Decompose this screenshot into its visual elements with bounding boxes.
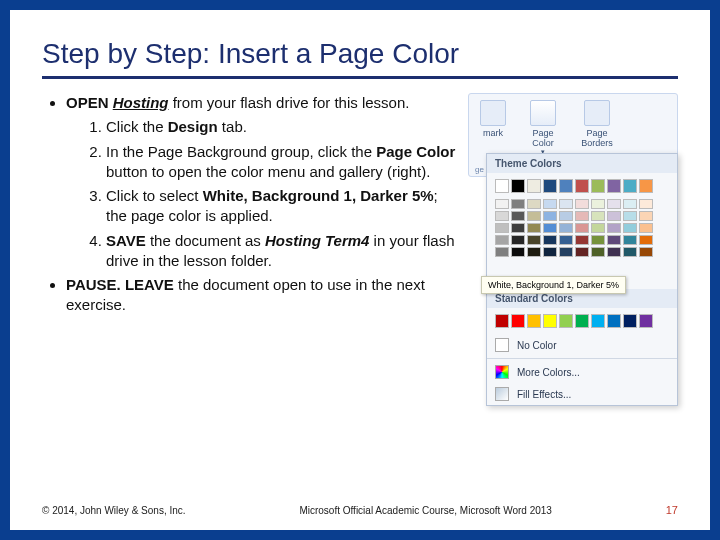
no-color-item[interactable]: No Color	[487, 334, 677, 356]
theme-colors-header: Theme Colors	[487, 154, 677, 173]
color-swatch[interactable]	[623, 179, 637, 193]
color-swatch[interactable]	[495, 179, 509, 193]
theme-row-shade	[495, 199, 669, 209]
instruction-text: OPEN Hosting from your flash drive for t…	[42, 93, 456, 320]
color-swatch[interactable]	[607, 199, 621, 209]
color-swatch[interactable]	[639, 199, 653, 209]
color-swatch[interactable]	[511, 179, 525, 193]
color-swatch[interactable]	[527, 235, 541, 245]
color-swatch[interactable]	[607, 179, 621, 193]
color-swatch[interactable]	[527, 211, 541, 221]
color-swatch[interactable]	[559, 211, 573, 221]
color-swatch[interactable]	[495, 199, 509, 209]
color-swatch[interactable]	[623, 199, 637, 209]
theme-row-shade	[495, 235, 669, 245]
color-swatch[interactable]	[639, 247, 653, 257]
page-borders-button[interactable]: Page Borders	[573, 100, 621, 148]
color-swatch[interactable]	[559, 199, 573, 209]
color-swatch[interactable]	[543, 235, 557, 245]
color-swatch[interactable]	[527, 314, 541, 328]
color-swatch[interactable]	[527, 179, 541, 193]
color-swatch[interactable]	[495, 314, 509, 328]
open-verb: OPEN	[66, 94, 109, 111]
color-swatch[interactable]	[591, 179, 605, 193]
color-swatch[interactable]	[511, 247, 525, 257]
color-swatch[interactable]	[543, 223, 557, 233]
copyright-text: © 2014, John Wiley & Sons, Inc.	[42, 505, 186, 516]
more-colors-item[interactable]: More Colors...	[487, 361, 677, 383]
color-swatch[interactable]	[511, 235, 525, 245]
color-swatch[interactable]	[575, 211, 589, 221]
bullet-open: OPEN Hosting from your flash drive for t…	[66, 93, 456, 271]
color-swatch[interactable]	[607, 223, 621, 233]
color-swatch[interactable]	[495, 211, 509, 221]
color-swatch[interactable]	[543, 247, 557, 257]
theme-row-shade	[495, 223, 669, 233]
color-swatch[interactable]	[639, 314, 653, 328]
color-swatch[interactable]	[527, 199, 541, 209]
color-swatch[interactable]	[607, 211, 621, 221]
color-swatch[interactable]	[543, 199, 557, 209]
color-swatch[interactable]	[543, 179, 557, 193]
color-swatch[interactable]	[575, 235, 589, 245]
color-swatch[interactable]	[495, 247, 509, 257]
color-swatch[interactable]	[591, 223, 605, 233]
color-swatch[interactable]	[527, 223, 541, 233]
color-swatch[interactable]	[511, 211, 525, 221]
steps-list: Click the Design tab. In the Page Backgr…	[66, 117, 456, 271]
color-swatch[interactable]	[623, 314, 637, 328]
color-swatch[interactable]	[575, 223, 589, 233]
color-swatch[interactable]	[575, 247, 589, 257]
color-swatch[interactable]	[591, 247, 605, 257]
color-swatch[interactable]	[559, 179, 573, 193]
fill-effects-item[interactable]: Fill Effects...	[487, 383, 677, 405]
color-swatch[interactable]	[527, 247, 541, 257]
color-swatch[interactable]	[543, 211, 557, 221]
theme-row-main	[495, 179, 669, 193]
color-swatch[interactable]	[623, 211, 637, 221]
color-swatch[interactable]	[623, 235, 637, 245]
standard-row	[495, 314, 669, 328]
color-swatch[interactable]	[575, 199, 589, 209]
color-swatch[interactable]	[639, 211, 653, 221]
theme-row-shade	[495, 247, 669, 257]
step-1: Click the Design tab.	[106, 117, 456, 137]
color-swatch[interactable]	[591, 199, 605, 209]
course-text: Microsoft Official Academic Course, Micr…	[299, 505, 552, 516]
color-swatch[interactable]	[623, 223, 637, 233]
color-swatch[interactable]	[511, 314, 525, 328]
color-swatch[interactable]	[607, 235, 621, 245]
color-swatch[interactable]	[607, 314, 621, 328]
color-swatch[interactable]	[559, 247, 573, 257]
color-swatch[interactable]	[575, 179, 589, 193]
color-swatch[interactable]	[591, 235, 605, 245]
watermark-icon	[480, 100, 506, 126]
color-swatch[interactable]	[559, 235, 573, 245]
color-swatch[interactable]	[591, 211, 605, 221]
screenshot: mark Page Color ▾ Page Borders ge B Them…	[468, 93, 678, 320]
color-wheel-icon	[495, 365, 509, 379]
color-swatch[interactable]	[607, 247, 621, 257]
slide-title: Step by Step: Insert a Page Color	[42, 38, 678, 79]
color-swatch[interactable]	[639, 223, 653, 233]
color-swatch[interactable]	[495, 223, 509, 233]
color-swatch[interactable]	[559, 314, 573, 328]
color-swatch[interactable]	[591, 314, 605, 328]
open-filename: Hosting	[113, 94, 169, 111]
color-swatch[interactable]	[559, 223, 573, 233]
watermark-button[interactable]: mark	[473, 100, 513, 138]
color-swatch[interactable]	[511, 223, 525, 233]
theme-row-shade	[495, 211, 669, 221]
color-swatch[interactable]	[575, 314, 589, 328]
page-color-button[interactable]: Page Color ▾	[521, 100, 565, 156]
color-swatch[interactable]	[495, 235, 509, 245]
standard-color-row	[487, 308, 677, 334]
color-swatch[interactable]	[623, 247, 637, 257]
color-swatch[interactable]	[639, 235, 653, 245]
color-swatch[interactable]	[543, 314, 557, 328]
page-color-icon	[530, 100, 556, 126]
bullet-pause: PAUSE. LEAVE the document open to use in…	[66, 275, 456, 316]
color-swatch[interactable]	[511, 199, 525, 209]
fill-effects-icon	[495, 387, 509, 401]
color-swatch[interactable]	[639, 179, 653, 193]
